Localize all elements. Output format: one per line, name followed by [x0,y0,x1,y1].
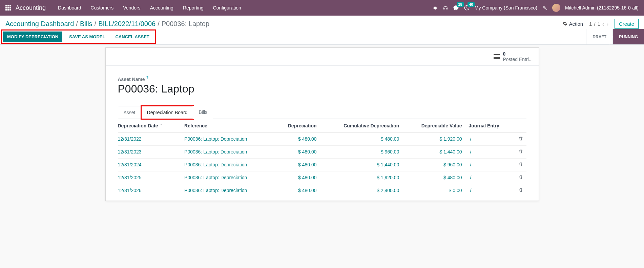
cancel-asset-button[interactable]: CANCEL ASSET [112,32,152,42]
nav-reporting[interactable]: Reporting [179,3,208,13]
table-row[interactable]: 12/31/2023P00036: Laptop: Depreciation$ … [118,145,526,158]
posted-entries-label: Posted Entri... [503,57,533,62]
nav-right: 18 40 My Company (San Francisco) Mitchel… [433,4,639,12]
trash-icon[interactable] [518,137,523,142]
app-brand[interactable]: Accounting [16,4,46,12]
bug-icon[interactable] [433,5,438,11]
support-icon[interactable] [443,5,448,11]
cell-delete[interactable] [515,132,526,145]
col-depreciable[interactable]: Depreciable Value [402,119,465,133]
breadcrumb-bills[interactable]: Bills [80,20,92,28]
nav-configuration[interactable]: Configuration [209,3,245,13]
cell-delete[interactable] [515,158,526,171]
cell-reference[interactable]: P00036: Laptop: Depreciation [181,184,273,197]
tab-asset[interactable]: Asset [118,106,141,119]
gear-icon [562,21,567,27]
cell-date[interactable]: 12/31/2024 [118,158,181,171]
tab-depreciation-board[interactable]: Depreciation Board [141,106,193,119]
cell-date[interactable]: 12/31/2025 [118,171,181,184]
cell-cumulative: $ 1,920.00 [320,171,403,184]
cell-reference[interactable]: P00036: Laptop: Depreciation [181,158,273,171]
svg-rect-4 [7,7,9,8]
user-name[interactable]: Mitchell Admin (21182295-16-0-all) [565,5,639,11]
breadcrumb-bill-number[interactable]: BILL/2022/11/0006 [98,20,155,28]
cell-reference[interactable]: P00036: Laptop: Depreciation [181,132,273,145]
cell-reference[interactable]: P00036: Laptop: Depreciation [181,145,273,158]
cell-cumulative: $ 1,440.00 [320,158,403,171]
avatar[interactable] [552,4,560,12]
pager-total: 1 [598,21,600,27]
table-row[interactable]: 12/31/2026P00036: Laptop: Depreciation$ … [118,184,526,197]
breadcrumb-sep: / [158,20,160,28]
tools-icon[interactable] [542,5,547,11]
messages-icon[interactable]: 18 [453,5,459,11]
nav-accounting[interactable]: Accounting [146,3,178,13]
cell-depreciation: $ 480.00 [273,158,320,171]
action-dropdown[interactable]: Action [562,21,583,27]
trash-icon[interactable] [518,188,523,193]
status-steps: DRAFT RUNNING [586,29,644,44]
table-header-row: Depreciation Date ˆ Reference Depreciati… [118,119,526,133]
cell-cumulative: $ 960.00 [320,145,403,158]
cell-journal-entry[interactable]: / [465,145,515,158]
cell-journal-entry[interactable]: / [465,132,515,145]
activities-icon[interactable]: 40 [464,5,470,11]
tab-bills[interactable]: Bills [193,106,213,119]
cell-journal-entry[interactable]: / [465,171,515,184]
modify-depreciation-button[interactable]: MODIFY DEPRECIATION [3,32,62,42]
cell-depreciable: $ 0.00 [402,184,465,197]
cell-delete[interactable] [515,145,526,158]
cell-depreciable: $ 960.00 [402,158,465,171]
svg-rect-6 [5,9,7,11]
asset-name-value: P00036: Laptop [118,83,526,95]
trash-icon[interactable] [518,149,523,155]
col-reference[interactable]: Reference [181,119,273,133]
cell-date[interactable]: 12/31/2022 [118,132,181,145]
table-row[interactable]: 12/31/2024P00036: Laptop: Depreciation$ … [118,158,526,171]
cell-journal-entry[interactable]: / [465,184,515,197]
help-icon[interactable]: ? [146,75,149,80]
cell-reference[interactable]: P00036: Laptop: Depreciation [181,171,273,184]
control-bar: Accounting Dashboard / Bills / BILL/2022… [0,16,644,29]
save-as-model-button[interactable]: SAVE AS MODEL [66,32,108,42]
col-depreciation[interactable]: Depreciation [273,119,320,133]
cell-date[interactable]: 12/31/2026 [118,184,181,197]
table-row[interactable]: 12/31/2025P00036: Laptop: Depreciation$ … [118,171,526,184]
pager-prev-icon[interactable]: ‹ [602,21,604,27]
cell-journal-entry[interactable]: / [465,158,515,171]
cell-delete[interactable] [515,171,526,184]
trash-icon[interactable] [518,175,523,181]
col-date[interactable]: Depreciation Date ˆ [118,119,181,133]
apps-icon[interactable] [5,5,11,11]
table-row[interactable]: 12/31/2022P00036: Laptop: Depreciation$ … [118,132,526,145]
col-actions [515,119,526,133]
status-running[interactable]: RUNNING [612,29,644,44]
posted-entries-button[interactable]: 0 Posted Entri... [488,48,539,65]
notebook: Asset Depreciation Board Bills Depreciat… [118,106,526,197]
tabs: Asset Depreciation Board Bills [118,106,526,119]
col-cumulative[interactable]: Cumulative Depreciation [320,119,403,133]
cell-date[interactable]: 12/31/2023 [118,145,181,158]
main-navbar: Accounting Dashboard Customers Vendors A… [0,0,644,16]
breadcrumb-current: P00036: Laptop [162,20,209,28]
create-button[interactable]: Create [615,19,639,29]
nav-dashboard[interactable]: Dashboard [54,3,85,13]
nav-vendors[interactable]: Vendors [119,3,144,13]
status-draft[interactable]: DRAFT [586,29,612,44]
breadcrumb-sep: / [76,20,78,28]
activities-badge: 40 [468,2,474,7]
nav-customers[interactable]: Customers [87,3,118,13]
status-bar: MODIFY DEPRECIATION SAVE AS MODEL CANCEL… [0,29,644,45]
pager: 1 / 1 ‹ › [589,21,608,27]
cell-depreciable: $ 1,440.00 [402,145,465,158]
pager-current: 1 [589,21,592,27]
breadcrumb-dashboard[interactable]: Accounting Dashboard [5,20,74,28]
company-selector[interactable]: My Company (San Francisco) [475,5,537,11]
svg-rect-3 [5,7,7,8]
cell-depreciation: $ 480.00 [273,145,320,158]
cell-depreciation: $ 480.00 [273,171,320,184]
col-journal-entry[interactable]: Journal Entry [465,119,515,133]
cell-delete[interactable] [515,184,526,197]
trash-icon[interactable] [518,162,523,168]
pager-next-icon[interactable]: › [606,21,608,27]
